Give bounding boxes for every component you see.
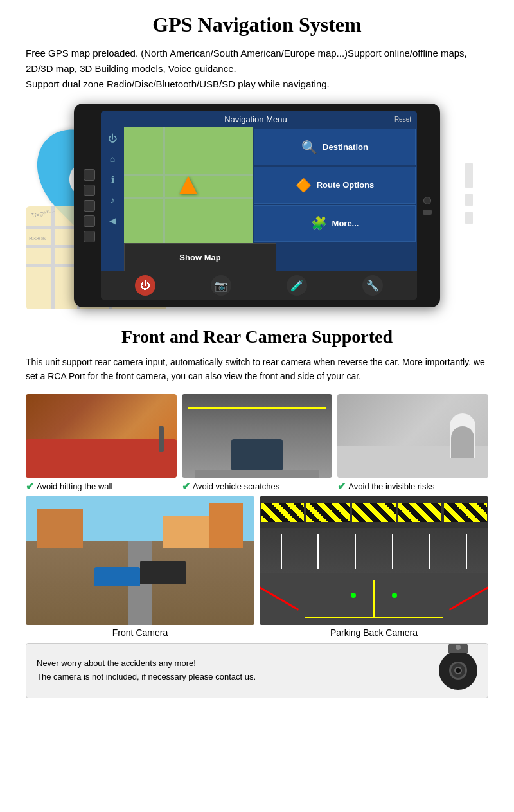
camera-label-text-risks: Avoid the invisible risks (348, 482, 434, 491)
show-map-button[interactable]: Show Map (124, 243, 276, 271)
show-map-label: Show Map (179, 253, 220, 262)
device-button-1[interactable] (84, 169, 95, 181)
footer-media-button[interactable]: 📷 (211, 275, 231, 296)
camera-photo-risks (337, 394, 488, 478)
device-button-4[interactable] (84, 215, 95, 227)
notice-line2: The camera is not included, if necessary… (37, 671, 431, 684)
screen-main: 🔍 Destination 🔶 Route Options 🧩 (124, 127, 417, 243)
destination-button[interactable]: 🔍 Destination (254, 129, 416, 165)
camera-lens-inner (454, 667, 462, 674)
sidebar-home-icon[interactable]: ⌂ (105, 152, 120, 166)
camera-lens (449, 662, 467, 680)
device-screen: Navigation Menu Reset ⏻ ⌂ ℹ ♪ ◀ (101, 111, 417, 300)
camera-photo-scratches (182, 394, 333, 478)
sidebar-info-icon[interactable]: ℹ (105, 172, 120, 186)
camera-section: Front and Rear Camera Supported This uni… (0, 320, 514, 705)
camera-label-front: Front Camera (26, 627, 254, 638)
footer-settings-button[interactable]: 🔧 (362, 275, 383, 296)
camera-item-wall: ✔ Avoid hitting the wall (26, 394, 177, 492)
route-label: Route Options (317, 180, 375, 190)
camera-label-text-wall: Avoid hitting the wall (37, 482, 112, 491)
notice-text: Never worry about the accidents any more… (37, 657, 431, 684)
route-icon: 🔶 (296, 177, 312, 193)
device-usb-port (423, 210, 432, 215)
camera-label-text-scratches: Avoid vehicle scratches (193, 482, 280, 491)
device-container: Tregwu... B3306 N (26, 104, 488, 307)
check-icon-scratches: ✔ (182, 480, 190, 492)
gps-section: GPS Navigation System Free GPS map prelo… (0, 0, 514, 320)
camera-icon (439, 651, 477, 690)
camera-mount (448, 644, 468, 653)
device-left-controls (82, 169, 97, 242)
screen-title: Navigation Menu (117, 114, 394, 124)
camera-item-risks: ✔ Avoid the invisible risks (337, 394, 488, 492)
menu-panel: 🔍 Destination 🔶 Route Options 🧩 (253, 127, 417, 243)
more-label: More... (332, 219, 359, 228)
check-icon-wall: ✔ (26, 480, 34, 492)
camera-label-risks: ✔ Avoid the invisible risks (337, 480, 488, 492)
gps-description: Free GPS map preloaded. (North American/… (26, 46, 488, 92)
camera-item-scratches: ✔ Avoid vehicle scratches (182, 394, 333, 492)
screen-bottom-row: Show Map (101, 243, 417, 271)
more-button[interactable]: 🧩 More... (254, 205, 416, 242)
destination-label: Destination (323, 142, 368, 152)
route-options-button[interactable]: 🔶 Route Options (254, 167, 416, 203)
camera-label-scratches: ✔ Avoid vehicle scratches (182, 480, 333, 492)
device-button-2[interactable] (84, 185, 95, 196)
screen-content: ⏻ ⌂ ℹ ♪ ◀ (101, 127, 417, 243)
device-button-5[interactable] (84, 231, 95, 242)
camera-item-parking-back: Parking Back Camera (260, 496, 488, 638)
device-microphone (423, 197, 431, 204)
camera-title: Front and Rear Camera Supported (26, 327, 488, 347)
navigation-arrow (179, 176, 197, 194)
camera-grid-top: ✔ Avoid hitting the wall ✔ Avoid vehicle… (26, 394, 488, 492)
camera-photo-wall (26, 394, 177, 478)
camera-grid-bottom: Front Camera (26, 496, 488, 638)
footer-apps-button[interactable]: 🧪 (287, 275, 307, 296)
camera-photo-front (26, 496, 254, 625)
screen-sidebar: ⏻ ⌂ ℹ ♪ ◀ (101, 127, 124, 243)
device-right-controls (421, 197, 434, 215)
destination-icon: 🔍 (301, 140, 317, 155)
device-button-3[interactable] (84, 200, 95, 212)
notice-line1: Never worry about the accidents any more… (37, 657, 431, 671)
camera-description: This unit support rear camera input, aut… (26, 355, 488, 384)
car-stereo-device: Navigation Menu Reset ⏻ ⌂ ℹ ♪ ◀ (74, 104, 440, 307)
map-display (124, 127, 253, 243)
check-icon-risks: ✔ (337, 480, 346, 492)
screen-footer: ⏻ 📷 🧪 🔧 (101, 271, 417, 300)
camera-label-parking-back: Parking Back Camera (260, 627, 488, 638)
sidebar-volume-icon[interactable]: ♪ (105, 193, 120, 207)
camera-photo-parking-back (260, 496, 488, 625)
sidebar-power-icon[interactable]: ⏻ (105, 131, 120, 145)
camera-label-wall: ✔ Avoid hitting the wall (26, 480, 177, 492)
sidebar-back-icon[interactable]: ◀ (105, 213, 120, 228)
camera-item-front: Front Camera (26, 496, 254, 638)
screen-reset-label[interactable]: Reset (394, 116, 411, 123)
more-icon: 🧩 (311, 215, 327, 231)
bottom-notice: Never worry about the accidents any more… (26, 643, 488, 698)
screen-header: Navigation Menu Reset (101, 111, 417, 127)
footer-power-button[interactable]: ⏻ (135, 275, 155, 296)
gps-title: GPS Navigation System (26, 13, 488, 37)
